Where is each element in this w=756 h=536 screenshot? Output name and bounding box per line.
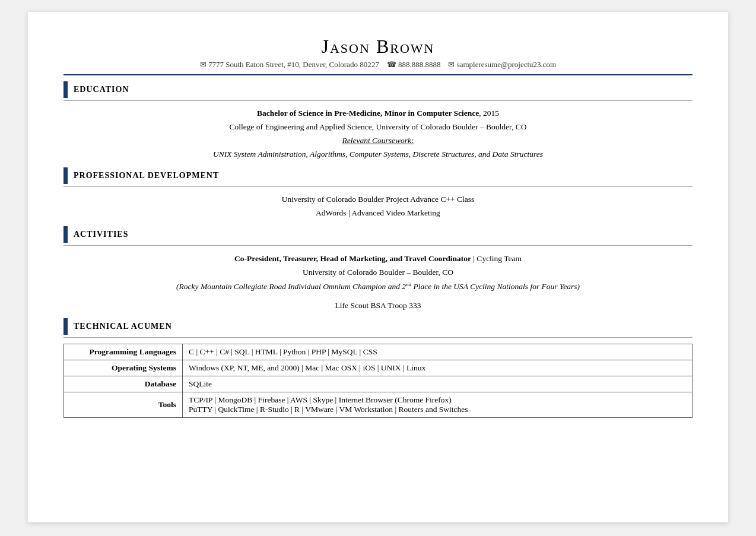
activities-org: University of Colorado Boulder – Boulder… xyxy=(75,265,681,280)
degree-line: Bachelor of Science in Pre-Medicine, Min… xyxy=(75,107,681,120)
activities-divider xyxy=(63,245,693,246)
phone-icon: ☎ xyxy=(387,60,396,69)
tools-line2: PuTTY | QuickTime | R-Studio | R | VMwar… xyxy=(189,405,686,414)
professional-development-section: Professional Development University of C… xyxy=(63,167,693,220)
table-row: Database SQLite xyxy=(64,376,693,392)
tech-bar xyxy=(63,318,68,335)
email: sampleresume@projectu23.com xyxy=(457,60,557,69)
activities-achievement: (Rocky Mountain Collegiate Road Individu… xyxy=(75,280,681,294)
tech-title: Technical Acumen xyxy=(74,322,172,331)
database-label: Database xyxy=(64,376,183,392)
os-value: Windows (XP, NT, ME, and 2000) | Mac | M… xyxy=(183,360,693,376)
programming-label: Programming Languages xyxy=(64,344,183,360)
coursework-label: Relevant Coursework: xyxy=(342,136,414,145)
contact-info: ✉ 7777 South Eaton Street, #10, Denver, … xyxy=(63,60,693,69)
coursework-label-line: Relevant Coursework: xyxy=(75,134,681,148)
database-value: SQLite xyxy=(183,376,693,392)
table-row: Operating Systems Windows (XP, NT, ME, a… xyxy=(64,360,693,376)
table-row: Programming Languages C | C++ | C# | SQL… xyxy=(64,344,693,360)
os-label: Operating Systems xyxy=(64,360,183,376)
top-divider xyxy=(63,74,693,75)
activities-bar xyxy=(63,226,68,243)
resume-container: Jason Brown ✉ 7777 South Eaton Street, #… xyxy=(28,12,728,522)
education-bar xyxy=(63,81,68,98)
header: Jason Brown ✉ 7777 South Eaton Street, #… xyxy=(63,36,693,69)
institution: College of Engineering and Applied Scien… xyxy=(75,120,681,134)
achievement-text-end: Place in the USA Cycling Nationals for F… xyxy=(411,282,580,291)
prodev-line1: University of Colorado Boulder Project A… xyxy=(75,193,681,207)
prodev-title: Professional Development xyxy=(74,171,219,180)
activities-role-suffix: | Cycling Team xyxy=(471,254,522,263)
tech-divider xyxy=(63,337,693,338)
address: 7777 South Eaton Street, #10, Denver, Co… xyxy=(208,60,379,69)
education-header: Education xyxy=(63,81,693,98)
activities-header: Activities xyxy=(63,226,693,243)
tools-label: Tools xyxy=(64,392,183,418)
tech-header: Technical Acumen xyxy=(63,318,693,335)
scout-line: Life Scout BSA Troop 333 xyxy=(75,299,681,313)
achievement-sup: nd xyxy=(406,281,411,287)
activities-title: Activities xyxy=(74,230,128,239)
activities-role-line: Co-President, Treasurer, Head of Marketi… xyxy=(75,252,681,266)
education-divider xyxy=(63,100,693,101)
technical-acumen-section: Technical Acumen Programming Languages C… xyxy=(63,318,693,418)
phone: 888.888.8888 xyxy=(398,60,441,69)
education-section: Education Bachelor of Science in Pre-Med… xyxy=(63,81,693,161)
activities-role: Co-President, Treasurer, Head of Marketi… xyxy=(234,254,471,263)
achievement-text-start: (Rocky Mountain Collegiate Road Individu… xyxy=(176,282,406,291)
programming-value: C | C++ | C# | SQL | HTML | Python | PHP… xyxy=(183,344,693,360)
prodev-bar xyxy=(63,167,68,184)
prodev-divider xyxy=(63,186,693,187)
table-row: Tools TCP/IP | MongoDB | Firebase | AWS … xyxy=(64,392,693,418)
address-icon: ✉ xyxy=(200,60,207,69)
degree-year: , 2015 xyxy=(479,109,499,118)
candidate-name: Jason Brown xyxy=(63,36,693,58)
coursework-items: UNIX System Administration, Algorithms, … xyxy=(75,148,681,161)
email-icon: ✉ xyxy=(448,60,455,69)
degree-bold: Bachelor of Science in Pre-Medicine, Min… xyxy=(257,109,479,118)
prodev-line2: AdWords | Advanced Video Marketing xyxy=(75,207,681,220)
tools-value: TCP/IP | MongoDB | Firebase | AWS | Skyp… xyxy=(183,392,693,418)
activities-content: Co-President, Treasurer, Head of Marketi… xyxy=(63,252,693,313)
activities-section: Activities Co-President, Treasurer, Head… xyxy=(63,226,693,313)
tools-line1: TCP/IP | MongoDB | Firebase | AWS | Skyp… xyxy=(189,395,686,405)
prodev-content: University of Colorado Boulder Project A… xyxy=(63,193,693,220)
prodev-header: Professional Development xyxy=(63,167,693,184)
education-content: Bachelor of Science in Pre-Medicine, Min… xyxy=(63,107,693,161)
education-title: Education xyxy=(74,85,129,94)
tech-table: Programming Languages C | C++ | C# | SQL… xyxy=(63,344,693,418)
